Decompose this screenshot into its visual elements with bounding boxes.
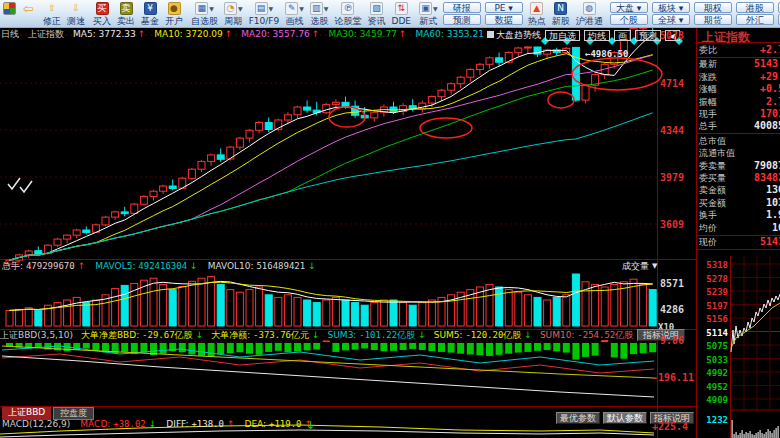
pe-data-buttons-1[interactable]: 数据 [485,14,523,25]
ma-line-10 [10,54,653,260]
axis-label-5078: 5078 [660,30,696,41]
f10-f9-button[interactable]: ▤▼F10/F9 [246,0,283,27]
options-futures-buttons: 期权期货 [692,0,734,27]
speed-test-button[interactable]: ⇩测速 [64,0,88,27]
minichart-volume-bar [744,434,745,438]
param-button-默认参数[interactable]: 默认参数 [603,412,647,424]
stock-picker-button-label: 选股 [310,16,328,26]
dde-button[interactable]: ⇅DDE [388,0,414,27]
new-shares-button-label: 新股 [552,16,570,26]
candle-body [294,107,301,115]
caret-down-icon: ▼ [269,5,274,12]
hk-connect-button[interactable]: ◍沪港通 [573,0,606,27]
open-account-button[interactable]: ●开户 [162,0,186,27]
bbd-header-item-1: 大单净额: -373.76亿元 [211,330,309,341]
candle-body [438,90,445,97]
forum-button[interactable]: ℗论股堂 [331,0,364,27]
volume-bar [25,308,32,326]
watchlist-button[interactable]: ▦▼自选股 [188,0,221,27]
sell-button[interactable]: 卖卖出 [114,0,138,27]
overlay-button-0[interactable]: 加自选 [545,30,580,41]
bbd-bar-negative [630,343,637,354]
drawn-circle-annotation[interactable] [420,118,472,138]
bbd-bar-negative [121,343,128,352]
quote-label: 最新 [699,58,717,70]
bbd-bar-negative [496,343,503,355]
minichart-volume-bar [776,428,777,438]
drawn-circle-annotation[interactable] [329,107,365,127]
candle-body [112,212,119,217]
volume-bar [64,300,71,326]
pe-data-buttons-0[interactable]: PE ▾ [485,2,523,13]
quote-row-买金额: 买金额1031 [699,197,780,209]
minichart-volume-bar [770,431,771,438]
sector-global-buttons-1[interactable]: 全球 ▾ [652,14,690,25]
new-shares-button[interactable]: N新股 [549,0,573,27]
bbd-bar-negative [160,343,167,354]
minichart-volume-bar [732,420,733,438]
label: SUM10: [540,330,577,340]
market-stock-buttons-0[interactable]: 大盘 ▾ [610,2,648,13]
f10-f9-button-icon: ▤ [255,2,268,15]
bbd-arrow-1: ↓ [312,330,320,341]
fund-button[interactable]: ¥基金 [138,0,162,27]
quote-value: +0.58 [760,83,780,95]
volume-indicator-dropdown[interactable]: 成交量▼ [622,261,657,272]
dde-button-label: DDE [391,16,411,26]
market-stock-buttons-1[interactable]: 个股 [610,14,648,25]
candle-body [486,58,493,65]
quote-row-委比: 委比+2.70 [699,44,780,56]
overlay-button-2[interactable]: 画 [614,30,631,41]
bbd-header-item-2: SUM3: -101.22亿股 [328,330,416,341]
candle-body [25,251,32,255]
options-futures-buttons-0[interactable]: 期权 [694,2,732,13]
options-futures-buttons-1[interactable]: 期货 [694,14,732,25]
volume-bar [35,310,42,326]
period-button[interactable]: ◔▼周期 [221,0,246,27]
quote-row-总手: 总手400857 [699,120,780,132]
volume-arrow-0: ↑ [78,261,86,272]
bbd-bar-negative [563,343,570,353]
volume-bar [198,278,205,326]
trend-line-checkbox[interactable]: 大盘趋势线 [487,29,541,42]
hk-forex-buttons: 港股外汇 [734,0,776,27]
hk-forex-buttons-0[interactable]: 港股 [736,2,774,13]
bbd-bar-negative [294,343,301,351]
hot-topics-button[interactable]: ▲热点 [525,0,549,27]
overlay-button-1[interactable]: 均线 [584,30,610,41]
draw-line-button[interactable]: ✎▼画线 [282,0,307,27]
candle-body [284,115,291,120]
bbd-axis-bottom: -196.11 [652,372,696,383]
candle-body [323,104,330,112]
stock-picker-button[interactable]: ▥▼选股 [307,0,332,27]
param-button-最优参数[interactable]: 最优参数 [556,412,600,424]
volume-bar [275,297,282,326]
minichart-scale-5114: 5114 [698,328,728,338]
drawn-circle-annotation[interactable] [548,92,574,108]
sector-global-buttons-0[interactable]: 板块 ▾ [652,2,690,13]
volume-bar [160,284,167,326]
minichart-scale-5075: 5075 [698,341,728,351]
back-button[interactable]: ⇦ [19,0,38,27]
hk-connect-button-label: 沪港通 [576,16,603,26]
app-logo[interactable] [0,0,19,27]
hk-forex-buttons-1[interactable]: 外汇 [736,14,774,25]
minichart-scale-4992: 4992 [698,368,728,378]
research-forecast-buttons-1[interactable]: 预测 [443,14,481,25]
volume-bar [515,292,522,326]
hot-topics-button-label: 热点 [528,16,546,26]
volume-bar [544,300,551,326]
research-forecast-buttons-0[interactable]: 研报 [443,2,481,13]
layout-style-button[interactable]: ▣▼新式 [416,0,441,27]
volume-bar [188,281,195,326]
overlay-button-3[interactable]: 预测 [635,30,661,41]
news-button[interactable]: ▧资讯 [364,0,388,27]
ma-arrow-3: ↑ [225,28,233,40]
candle-body [208,155,215,162]
bbd-bar-negative [256,343,263,355]
label: 大单净差BBD: [81,330,142,340]
volume-bar [524,295,531,326]
correct-button[interactable]: ⇧修正 [40,0,64,27]
bbd-bar-negative [227,343,234,353]
buy-button[interactable]: 买买入 [90,0,114,27]
